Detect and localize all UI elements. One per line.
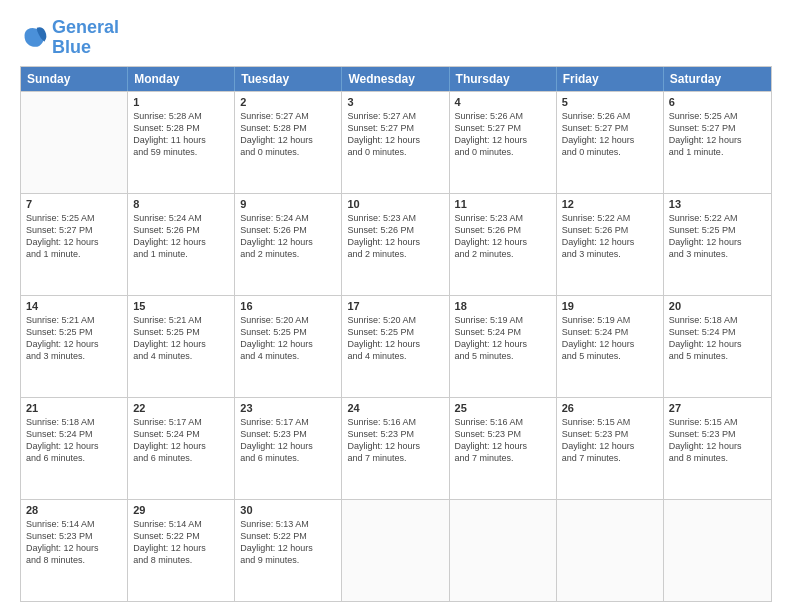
header-day-sunday: Sunday [21, 67, 128, 91]
calendar-cell: 23Sunrise: 5:17 AM Sunset: 5:23 PM Dayli… [235, 398, 342, 499]
calendar-cell: 16Sunrise: 5:20 AM Sunset: 5:25 PM Dayli… [235, 296, 342, 397]
calendar-row-3: 21Sunrise: 5:18 AM Sunset: 5:24 PM Dayli… [21, 397, 771, 499]
day-info: Sunrise: 5:27 AM Sunset: 5:28 PM Dayligh… [240, 110, 336, 159]
calendar-cell: 26Sunrise: 5:15 AM Sunset: 5:23 PM Dayli… [557, 398, 664, 499]
calendar-cell: 18Sunrise: 5:19 AM Sunset: 5:24 PM Dayli… [450, 296, 557, 397]
calendar-row-4: 28Sunrise: 5:14 AM Sunset: 5:23 PM Dayli… [21, 499, 771, 601]
header-day-saturday: Saturday [664, 67, 771, 91]
calendar-cell: 1Sunrise: 5:28 AM Sunset: 5:28 PM Daylig… [128, 92, 235, 193]
day-number: 9 [240, 198, 336, 210]
calendar-cell: 4Sunrise: 5:26 AM Sunset: 5:27 PM Daylig… [450, 92, 557, 193]
calendar-cell: 8Sunrise: 5:24 AM Sunset: 5:26 PM Daylig… [128, 194, 235, 295]
calendar-cell: 17Sunrise: 5:20 AM Sunset: 5:25 PM Dayli… [342, 296, 449, 397]
calendar-cell: 5Sunrise: 5:26 AM Sunset: 5:27 PM Daylig… [557, 92, 664, 193]
day-info: Sunrise: 5:14 AM Sunset: 5:22 PM Dayligh… [133, 518, 229, 567]
day-info: Sunrise: 5:21 AM Sunset: 5:25 PM Dayligh… [26, 314, 122, 363]
day-number: 13 [669, 198, 766, 210]
calendar-cell: 20Sunrise: 5:18 AM Sunset: 5:24 PM Dayli… [664, 296, 771, 397]
day-number: 6 [669, 96, 766, 108]
calendar-cell: 30Sunrise: 5:13 AM Sunset: 5:22 PM Dayli… [235, 500, 342, 601]
day-number: 16 [240, 300, 336, 312]
calendar-cell: 15Sunrise: 5:21 AM Sunset: 5:25 PM Dayli… [128, 296, 235, 397]
calendar-cell: 25Sunrise: 5:16 AM Sunset: 5:23 PM Dayli… [450, 398, 557, 499]
page: General Blue SundayMondayTuesdayWednesda… [0, 0, 792, 612]
calendar-cell: 22Sunrise: 5:17 AM Sunset: 5:24 PM Dayli… [128, 398, 235, 499]
calendar-cell: 29Sunrise: 5:14 AM Sunset: 5:22 PM Dayli… [128, 500, 235, 601]
day-info: Sunrise: 5:19 AM Sunset: 5:24 PM Dayligh… [455, 314, 551, 363]
day-info: Sunrise: 5:18 AM Sunset: 5:24 PM Dayligh… [26, 416, 122, 465]
calendar-cell: 27Sunrise: 5:15 AM Sunset: 5:23 PM Dayli… [664, 398, 771, 499]
day-info: Sunrise: 5:22 AM Sunset: 5:25 PM Dayligh… [669, 212, 766, 261]
header: General Blue [20, 18, 772, 58]
header-day-friday: Friday [557, 67, 664, 91]
day-number: 8 [133, 198, 229, 210]
logo-icon [20, 24, 48, 52]
day-number: 14 [26, 300, 122, 312]
calendar-cell: 14Sunrise: 5:21 AM Sunset: 5:25 PM Dayli… [21, 296, 128, 397]
header-day-thursday: Thursday [450, 67, 557, 91]
calendar-cell: 9Sunrise: 5:24 AM Sunset: 5:26 PM Daylig… [235, 194, 342, 295]
calendar-row-1: 7Sunrise: 5:25 AM Sunset: 5:27 PM Daylig… [21, 193, 771, 295]
day-number: 15 [133, 300, 229, 312]
calendar: SundayMondayTuesdayWednesdayThursdayFrid… [20, 66, 772, 602]
day-number: 29 [133, 504, 229, 516]
calendar-header: SundayMondayTuesdayWednesdayThursdayFrid… [21, 67, 771, 91]
day-info: Sunrise: 5:14 AM Sunset: 5:23 PM Dayligh… [26, 518, 122, 567]
calendar-cell [557, 500, 664, 601]
day-number: 20 [669, 300, 766, 312]
day-number: 3 [347, 96, 443, 108]
day-info: Sunrise: 5:15 AM Sunset: 5:23 PM Dayligh… [669, 416, 766, 465]
day-info: Sunrise: 5:18 AM Sunset: 5:24 PM Dayligh… [669, 314, 766, 363]
calendar-cell: 10Sunrise: 5:23 AM Sunset: 5:26 PM Dayli… [342, 194, 449, 295]
calendar-row-2: 14Sunrise: 5:21 AM Sunset: 5:25 PM Dayli… [21, 295, 771, 397]
day-number: 22 [133, 402, 229, 414]
day-info: Sunrise: 5:25 AM Sunset: 5:27 PM Dayligh… [26, 212, 122, 261]
calendar-cell: 6Sunrise: 5:25 AM Sunset: 5:27 PM Daylig… [664, 92, 771, 193]
day-info: Sunrise: 5:13 AM Sunset: 5:22 PM Dayligh… [240, 518, 336, 567]
day-info: Sunrise: 5:16 AM Sunset: 5:23 PM Dayligh… [347, 416, 443, 465]
day-number: 1 [133, 96, 229, 108]
day-number: 12 [562, 198, 658, 210]
day-number: 30 [240, 504, 336, 516]
calendar-body: 1Sunrise: 5:28 AM Sunset: 5:28 PM Daylig… [21, 91, 771, 601]
day-number: 21 [26, 402, 122, 414]
day-info: Sunrise: 5:25 AM Sunset: 5:27 PM Dayligh… [669, 110, 766, 159]
day-info: Sunrise: 5:20 AM Sunset: 5:25 PM Dayligh… [240, 314, 336, 363]
day-number: 19 [562, 300, 658, 312]
day-info: Sunrise: 5:21 AM Sunset: 5:25 PM Dayligh… [133, 314, 229, 363]
calendar-cell: 19Sunrise: 5:19 AM Sunset: 5:24 PM Dayli… [557, 296, 664, 397]
day-info: Sunrise: 5:28 AM Sunset: 5:28 PM Dayligh… [133, 110, 229, 159]
calendar-cell: 11Sunrise: 5:23 AM Sunset: 5:26 PM Dayli… [450, 194, 557, 295]
day-info: Sunrise: 5:23 AM Sunset: 5:26 PM Dayligh… [455, 212, 551, 261]
day-number: 18 [455, 300, 551, 312]
header-day-wednesday: Wednesday [342, 67, 449, 91]
calendar-cell [664, 500, 771, 601]
day-number: 23 [240, 402, 336, 414]
day-info: Sunrise: 5:20 AM Sunset: 5:25 PM Dayligh… [347, 314, 443, 363]
day-number: 24 [347, 402, 443, 414]
day-info: Sunrise: 5:26 AM Sunset: 5:27 PM Dayligh… [562, 110, 658, 159]
day-number: 7 [26, 198, 122, 210]
day-number: 5 [562, 96, 658, 108]
calendar-cell: 24Sunrise: 5:16 AM Sunset: 5:23 PM Dayli… [342, 398, 449, 499]
calendar-cell: 7Sunrise: 5:25 AM Sunset: 5:27 PM Daylig… [21, 194, 128, 295]
calendar-cell: 12Sunrise: 5:22 AM Sunset: 5:26 PM Dayli… [557, 194, 664, 295]
calendar-cell: 3Sunrise: 5:27 AM Sunset: 5:27 PM Daylig… [342, 92, 449, 193]
logo: General Blue [20, 18, 119, 58]
calendar-cell: 21Sunrise: 5:18 AM Sunset: 5:24 PM Dayli… [21, 398, 128, 499]
calendar-cell [21, 92, 128, 193]
calendar-cell: 28Sunrise: 5:14 AM Sunset: 5:23 PM Dayli… [21, 500, 128, 601]
calendar-cell: 13Sunrise: 5:22 AM Sunset: 5:25 PM Dayli… [664, 194, 771, 295]
day-number: 2 [240, 96, 336, 108]
logo-text: General Blue [52, 18, 119, 58]
calendar-cell [342, 500, 449, 601]
day-info: Sunrise: 5:16 AM Sunset: 5:23 PM Dayligh… [455, 416, 551, 465]
day-number: 27 [669, 402, 766, 414]
day-info: Sunrise: 5:26 AM Sunset: 5:27 PM Dayligh… [455, 110, 551, 159]
header-day-tuesday: Tuesday [235, 67, 342, 91]
calendar-cell: 2Sunrise: 5:27 AM Sunset: 5:28 PM Daylig… [235, 92, 342, 193]
day-number: 10 [347, 198, 443, 210]
day-number: 17 [347, 300, 443, 312]
day-info: Sunrise: 5:27 AM Sunset: 5:27 PM Dayligh… [347, 110, 443, 159]
day-info: Sunrise: 5:23 AM Sunset: 5:26 PM Dayligh… [347, 212, 443, 261]
